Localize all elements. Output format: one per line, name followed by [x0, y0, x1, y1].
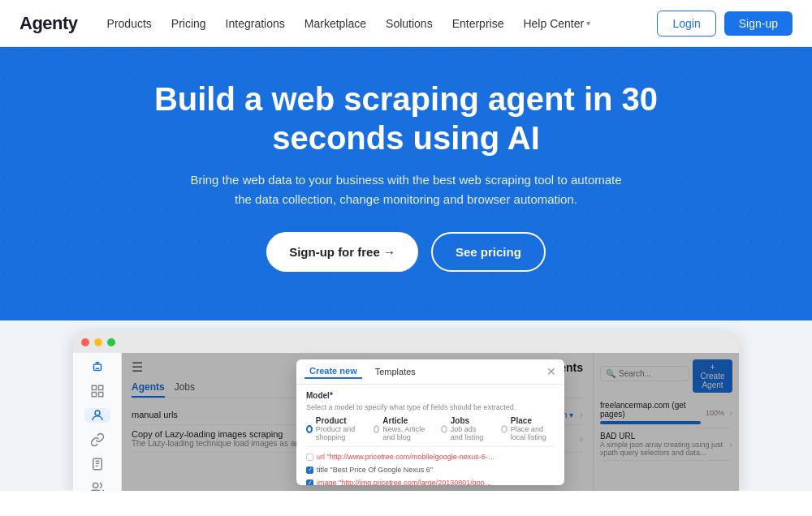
- nav-links: Products Pricing Integrations Marketplac…: [107, 17, 658, 30]
- modal-option-jobs[interactable]: Jobs Job ads and listing: [441, 416, 488, 441]
- app-sidebar: [73, 353, 122, 491]
- modal-header: Create new Templates ✕: [296, 359, 564, 385]
- nav-integrations[interactable]: Integrations: [226, 17, 285, 30]
- help-center-caret: ▾: [586, 19, 590, 28]
- nav-products[interactable]: Products: [107, 17, 152, 30]
- nav-pricing[interactable]: Pricing: [171, 17, 206, 30]
- nav-marketplace[interactable]: Marketplace: [304, 17, 366, 30]
- sidebar-icon-agents[interactable]: [84, 408, 110, 423]
- hero-buttons: Sign-up for free → See pricing: [16, 232, 796, 272]
- browser-window: ☰ Agents Agents Jobs manual urls 4/5 Act…: [73, 332, 739, 491]
- signup-free-button[interactable]: Sign-up for free →: [266, 232, 418, 272]
- sidebar-icon-link: [84, 432, 110, 447]
- hero-section: Build a web scraping agent in 30 seconds…: [0, 47, 812, 320]
- checkbox-image-box[interactable]: ✓: [306, 479, 313, 486]
- radio-jobs: [441, 425, 447, 433]
- close-dot: [81, 338, 89, 346]
- login-button[interactable]: Login: [657, 11, 715, 37]
- hero-title: Build a web scraping agent in 30 seconds…: [122, 80, 690, 157]
- sidebar-icon-users: [84, 481, 110, 491]
- modal-option-product[interactable]: Product Product and shopping: [306, 416, 361, 441]
- radio-product: [306, 425, 313, 433]
- nav-solutions[interactable]: Solutions: [386, 17, 433, 30]
- nav-help-center[interactable]: Help Center ▾: [523, 17, 590, 30]
- navbar: Agenty Products Pricing Integrations Mar…: [0, 0, 812, 47]
- browser-content: ☰ Agents Agents Jobs manual urls 4/5 Act…: [73, 353, 739, 491]
- nav-actions: Login Sign-up: [657, 11, 793, 37]
- svg-point-1: [95, 411, 100, 415]
- signup-button[interactable]: Sign-up: [724, 11, 793, 36]
- checkbox-title-box[interactable]: ✓: [306, 467, 313, 474]
- modal-tab-templates[interactable]: Templates: [370, 365, 421, 378]
- modal-field-hint: Select a model to specify what type of f…: [306, 403, 555, 411]
- radio-place: [501, 425, 508, 433]
- browser-titlebar: [73, 332, 739, 353]
- sidebar-icon-robot: [84, 359, 110, 374]
- modal-body: Model* Select a model to specify what ty…: [296, 385, 564, 485]
- modal-options: Product Product and shopping Article New…: [306, 416, 555, 441]
- modal-overlay: Create new Templates ✕ Model* Select a m…: [122, 353, 593, 491]
- see-pricing-button[interactable]: See pricing: [431, 232, 546, 272]
- hero-subtitle: Bring the web data to your business with…: [187, 170, 625, 209]
- checkbox-title: ✓ title "Best Price Of Google Nexus 6": [306, 463, 555, 476]
- checkbox-image: ✓ image "http://img.pricetree.com/large/…: [306, 476, 555, 485]
- maximize-dot: [107, 338, 115, 346]
- app-main: ☰ Agents Agents Jobs manual urls 4/5 Act…: [122, 353, 593, 491]
- modal-field-label: Model*: [306, 391, 555, 400]
- checkbox-url: url "http://www.pricetree.com/mobile/goo…: [306, 450, 555, 463]
- create-agent-modal: Create new Templates ✕ Model* Select a m…: [296, 359, 564, 485]
- modal-close-button[interactable]: ✕: [546, 365, 556, 378]
- logo: Agenty: [19, 13, 78, 34]
- checkbox-url-text: url "http://www.pricetree.com/mobile/goo…: [317, 453, 495, 461]
- sidebar-icon-workflow: [84, 457, 110, 471]
- svg-rect-0: [93, 364, 101, 371]
- minimize-dot: [94, 338, 102, 346]
- nav-enterprise[interactable]: Enterprise: [452, 17, 504, 30]
- app-preview: ☰ Agents Agents Jobs manual urls 4/5 Act…: [0, 320, 812, 491]
- modal-option-place[interactable]: Place Place and local listing: [501, 416, 555, 441]
- checkbox-url-box[interactable]: [306, 454, 313, 461]
- svg-point-2: [93, 483, 97, 488]
- radio-article: [374, 425, 380, 433]
- modal-option-article[interactable]: Article News, Article and blog: [374, 416, 429, 441]
- modal-tab-create[interactable]: Create new: [304, 364, 362, 379]
- sidebar-icon-dashboard: [84, 384, 110, 398]
- checkbox-image-text: image "http://img.pricetree.com/large/20…: [317, 479, 495, 485]
- checkbox-title-text: title "Best Price Of Google Nexus 6": [317, 466, 433, 474]
